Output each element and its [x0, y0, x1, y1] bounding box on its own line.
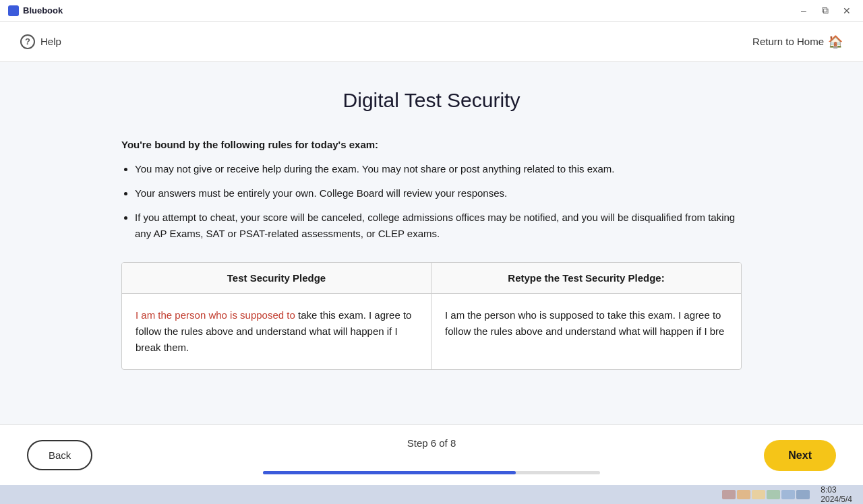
step-indicator: Step 6 of 8	[407, 437, 456, 449]
bottom-bar: Back Step 6 of 8 Next	[0, 424, 863, 485]
rules-heading: You're bound by the following rules for …	[121, 139, 742, 150]
main-content: Digital Test Security You're bound by th…	[0, 62, 863, 424]
chip-4	[767, 490, 780, 499]
taskbar-datetime: 8:03 2024/5/4	[821, 485, 852, 504]
rule-item-1: You may not give or receive help during …	[135, 161, 742, 177]
pledge-col2-header: Retype the Test Security Pledge:	[432, 263, 741, 294]
chip-5	[781, 490, 795, 499]
rules-section: You're bound by the following rules for …	[121, 139, 742, 242]
minimize-button[interactable]: –	[796, 3, 812, 19]
app-logo	[8, 5, 19, 16]
app-title: Bluebook	[23, 5, 63, 15]
app-logo-area: Bluebook	[8, 5, 63, 16]
next-button[interactable]: Next	[764, 440, 836, 471]
taskbar-time: 8:03	[821, 485, 852, 495]
chip-1	[722, 490, 736, 499]
home-icon: 🏠	[828, 34, 843, 49]
rule-item-2: Your answers must be entirely your own. …	[135, 185, 742, 201]
return-home-button[interactable]: Return to Home 🏠	[752, 34, 843, 49]
pledge-table-body: I am the person who is supposed to take …	[122, 294, 741, 369]
chip-2	[737, 490, 750, 499]
taskbar-date: 2024/5/4	[821, 495, 852, 504]
return-home-label: Return to Home	[752, 36, 824, 47]
back-button[interactable]: Back	[27, 440, 92, 470]
progress-bar-container	[263, 471, 600, 474]
restore-button[interactable]: ⧉	[817, 3, 833, 19]
chip-3	[752, 490, 765, 499]
help-icon: ?	[20, 34, 35, 49]
pledge-text-col: I am the person who is supposed to take …	[122, 294, 432, 369]
progress-bar-fill	[263, 471, 516, 474]
pledge-highlight: I am the person who is supposed to	[136, 309, 295, 321]
title-bar: Bluebook – ⧉ ✕	[0, 0, 863, 22]
help-label: Help	[40, 36, 61, 47]
pledge-retype-col[interactable]: I am the person who is supposed to take …	[432, 294, 741, 369]
pledge-col1-header: Test Security Pledge	[122, 263, 432, 294]
taskbar-color-chips	[722, 490, 810, 499]
rule-item-3: If you attempt to cheat, your score will…	[135, 210, 742, 242]
page-title: Digital Test Security	[121, 89, 742, 112]
rules-list: You may not give or receive help during …	[121, 161, 742, 242]
close-button[interactable]: ✕	[839, 3, 855, 19]
pledge-table: Test Security Pledge Retype the Test Sec…	[121, 262, 742, 370]
taskbar: 8:03 2024/5/4	[0, 485, 863, 504]
pledge-table-header: Test Security Pledge Retype the Test Sec…	[122, 263, 741, 294]
top-nav: ? Help Return to Home 🏠	[0, 22, 863, 62]
window-controls[interactable]: – ⧉ ✕	[796, 3, 855, 19]
pledge-retype-text: I am the person who is supposed to take …	[445, 309, 724, 337]
help-button[interactable]: ? Help	[20, 34, 61, 49]
chip-6	[796, 490, 810, 499]
